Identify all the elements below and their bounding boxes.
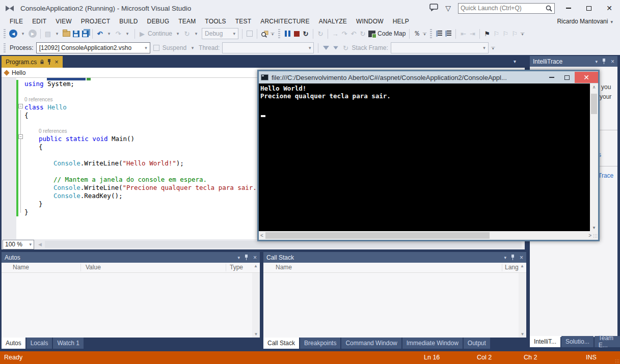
refresh-dropdown[interactable]: ▾ [193,29,200,39]
scroll-up-icon[interactable]: ▲ [254,264,258,268]
tab-watch-1[interactable]: Watch 1 [53,338,84,349]
hex-display-button[interactable]: ％ [413,29,420,39]
show-next-statement-button[interactable]: ↻ [317,29,324,39]
column-type[interactable]: Type [230,264,243,271]
console-output[interactable]: Hello World! Precione qualquer tecla par… [259,83,598,231]
continue-play-icon[interactable]: ▶ [139,29,146,39]
suspend-dropdown[interactable]: ▾ [189,43,196,53]
attach-to-process-button[interactable] [246,29,253,39]
previous-bookmark-button[interactable]: ⚐ [493,29,500,39]
process-combo[interactable]: [12092] ConsoleApplication2.vsho▾ [36,42,150,53]
pin-icon[interactable] [245,255,249,260]
autos-panel-header[interactable]: Autos ▾ × [2,252,260,263]
navigate-list-button[interactable] [445,29,452,39]
tab-program-cs[interactable]: Program.cs × [2,56,63,68]
continue-dropdown[interactable]: ▾ [174,29,181,39]
collapse-region-icon[interactable]: − [18,134,23,139]
tab-solution-explorer[interactable]: Solutio... [561,336,594,347]
column-value[interactable]: Value [86,264,101,271]
redo-button[interactable]: ↷ [115,29,122,39]
console-vscroll-thumb[interactable] [591,94,597,114]
console-maximize-button[interactable] [559,72,575,83]
decrease-indent-button[interactable]: ⇤ [460,29,467,39]
code-map-label[interactable]: Code Map [378,30,406,37]
pin-icon[interactable] [47,59,51,65]
breadcrumb[interactable]: Hello [12,69,25,76]
thread-combo[interactable]: ▾ [222,42,314,53]
column-lang[interactable]: Lang [505,264,519,271]
step-over-button[interactable]: ↷ [341,29,348,39]
close-button[interactable]: ✕ [603,3,616,14]
redo-dropdown[interactable]: ▾ [124,29,131,39]
column-name[interactable]: Name [276,264,292,271]
menu-build[interactable]: BUILD [115,18,142,25]
run-to-cursor-button[interactable]: ↻ [359,29,366,39]
stop-debugging-button[interactable] [293,29,300,39]
tab-breakpoints[interactable]: Breakpoints [300,338,340,349]
editor-horizontal-scrollbar[interactable] [45,241,522,248]
zoom-level-combo[interactable]: 100 %▾ [3,240,34,249]
save-button[interactable] [72,29,79,39]
menu-tools[interactable]: TOOLS [200,18,230,25]
close-icon[interactable]: × [520,254,523,261]
console-horizontal-scrollbar[interactable]: < > [259,231,598,240]
continue-button[interactable]: Continue [148,30,172,37]
menu-window[interactable]: WINDOW [352,18,388,25]
open-file-button[interactable] [63,29,70,39]
tab-immediate-window[interactable]: Immediate Window [402,338,463,349]
increase-indent-button[interactable]: ⇥ [469,29,476,39]
menu-view[interactable]: VIEW [51,18,76,25]
stack-frame-combo[interactable]: ▾ [391,42,489,53]
tab-locals[interactable]: Locals [26,338,52,349]
new-file-dropdown[interactable]: ▾ [53,29,61,39]
hscroll-left-arrow-icon[interactable]: ◀ [38,242,42,247]
toolbar-overflow-button[interactable]: —▾ [422,32,426,36]
window-position-icon[interactable]: ▾ [237,255,240,260]
code-map-button[interactable] [368,29,375,39]
toggle-bookmark-button[interactable]: ⚑ [483,29,491,39]
tab-intellitrace[interactable]: IntelliT... [530,336,560,347]
call-stack-scrollbar[interactable]: ▼ [519,273,526,338]
tab-command-window[interactable]: Command Window [341,338,401,349]
call-stack-body[interactable]: ▼ [263,273,526,338]
pin-icon[interactable] [511,255,515,260]
call-stack-panel-header[interactable]: Call Stack ▾ × [263,252,526,263]
navigate-forward-button[interactable]: ▶ [29,29,37,39]
autos-scrollbar[interactable]: ▼ [252,273,260,338]
solution-configuration-combo[interactable]: Debug▾ [202,28,238,39]
autos-body[interactable]: ▼ [2,273,260,338]
feedback-icon[interactable] [429,4,438,13]
toolbar-drag-handle[interactable] [4,29,6,38]
maximize-button[interactable] [582,3,596,14]
close-icon[interactable]: × [611,58,614,65]
new-file-button[interactable]: ▤ [44,29,51,39]
resize-grip[interactable] [615,359,619,363]
notifications-filter-icon[interactable]: ▽ [445,4,451,12]
menu-help[interactable]: HELP [388,18,414,25]
find-in-files-button[interactable] [261,29,268,39]
menu-edit[interactable]: EDIT [28,18,51,25]
suspend-icon-button[interactable] [153,43,160,53]
toolbar-overflow-button[interactable]: —▾ [271,32,275,36]
suspend-label[interactable]: Suspend [163,44,186,51]
column-name[interactable]: Name [13,264,29,271]
window-position-icon[interactable]: ▾ [595,59,598,64]
console-close-button[interactable]: ✕ [575,72,598,83]
console-title-bar[interactable]: file:///C:/Desenvolvimento Aberto/C#/asp… [259,71,598,83]
menu-architecture[interactable]: ARCHITECTURE [256,18,314,25]
intellitrace-header[interactable]: IntelliTrace ▾ × [530,56,617,67]
collapse-region-icon[interactable]: − [18,104,23,108]
undo-dropdown[interactable]: ▾ [105,29,113,39]
toolbar-drag-handle[interactable] [278,29,280,38]
console-hscroll-thumb[interactable] [265,232,490,239]
quick-launch-box[interactable] [458,3,555,14]
menu-analyze[interactable]: ANALYZE [314,18,352,25]
toolbar-drag-handle[interactable] [4,43,6,52]
toggle-current-thread-button[interactable]: ↻ [342,43,349,53]
toolbar-drag-handle[interactable] [430,29,432,38]
document-list-chevron-icon[interactable]: ▾ [514,59,516,64]
tab-team-explorer[interactable]: Team E... [595,336,620,347]
menu-test[interactable]: TEST [231,18,256,25]
tab-autos[interactable]: Autos [2,338,25,349]
restart-button[interactable]: ↻ [302,29,309,39]
